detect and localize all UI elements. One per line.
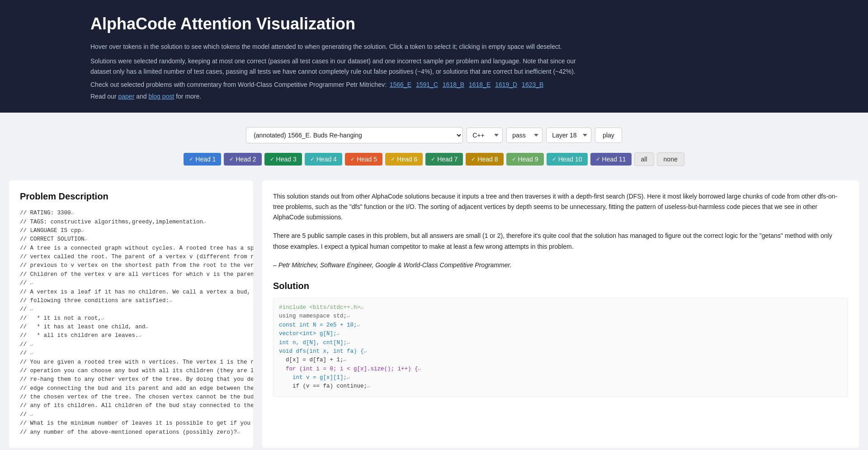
head-4-button[interactable]: ✓ Head 4 — [305, 153, 342, 166]
head-5-button[interactable]: ✓ Head 5 — [345, 153, 382, 166]
head-11-check: ✓ — [596, 156, 600, 162]
head-8-button[interactable]: ✓ Head 8 — [466, 153, 503, 166]
head-8-check: ✓ — [471, 156, 476, 162]
paper-link[interactable]: paper — [118, 93, 134, 100]
head-10-check: ✓ — [552, 156, 557, 162]
link-1623b[interactable]: 1623_B — [522, 81, 543, 88]
controls-section: (annotated) 1566_E. Buds Re-hanging C++ … — [0, 113, 868, 173]
main-content: Problem Description // RATING: 3300↵ // … — [0, 173, 868, 450]
none-button[interactable]: none — [657, 152, 684, 166]
head-6-button[interactable]: ✓ Head 6 — [385, 153, 423, 166]
attribution-text: – Petr Mitrichev, Software Engineer, Goo… — [273, 260, 848, 270]
head-10-button[interactable]: ✓ Head 10 — [547, 153, 588, 166]
link-1618e[interactable]: 1618_E — [469, 81, 491, 88]
head-9-button[interactable]: ✓ Head 9 — [506, 153, 544, 166]
head-2-check: ✓ — [229, 156, 234, 162]
controls-row: (annotated) 1566_E. Buds Re-hanging C++ … — [0, 122, 868, 149]
head-7-check: ✓ — [431, 156, 435, 162]
head-2-button[interactable]: ✓ Head 2 — [224, 153, 261, 166]
solution-panel: This solution stands out from other Alph… — [262, 180, 859, 448]
problem-select[interactable]: (annotated) 1566_E. Buds Re-hanging — [246, 127, 463, 143]
desc-solutions: Solutions were selected randomly, keepin… — [90, 56, 588, 76]
head-4-check: ✓ — [310, 156, 315, 162]
head-2-label: Head 2 — [236, 156, 256, 163]
problem-panel: Problem Description // RATING: 3300↵ // … — [9, 180, 253, 448]
read-more: Read our paper and blog post for more. — [90, 93, 778, 100]
desc-links-prefix: Check out selected problems with comment… — [90, 81, 387, 88]
solution-code: #include <bits/stdc++.h>↵ using namespac… — [273, 298, 848, 397]
layer-select[interactable]: Layer 18 Layer 1 Layer 2 — [546, 128, 591, 143]
head-6-label: Head 6 — [397, 156, 417, 163]
desc-links: Check out selected problems with comment… — [90, 81, 778, 88]
head-7-label: Head 7 — [437, 156, 458, 163]
problem-code: // RATING: 3300↵ // TAGS: constructive a… — [20, 209, 242, 437]
problem-title: Problem Description — [20, 191, 242, 202]
pass-select[interactable]: pass fail — [506, 128, 542, 143]
head-10-label: Head 10 — [558, 156, 582, 163]
head-6-check: ✓ — [391, 156, 395, 162]
play-button[interactable]: play — [595, 128, 622, 143]
commentary-text: This solution stands out from other Alph… — [273, 191, 848, 223]
header-section: AlphaCode Attention Visualization Hover … — [0, 0, 868, 113]
lang-select[interactable]: C++ Python — [467, 128, 503, 143]
link-1618b[interactable]: 1618_B — [443, 81, 464, 88]
head-3-check: ✓ — [270, 156, 274, 162]
link-1619d[interactable]: 1619_D — [495, 81, 517, 88]
head-9-label: Head 9 — [518, 156, 538, 163]
head-9-check: ✓ — [512, 156, 516, 162]
head-11-button[interactable]: ✓ Head 11 — [590, 153, 632, 166]
link-1591c[interactable]: 1591_C — [416, 81, 438, 88]
all-button[interactable]: all — [634, 152, 654, 166]
head-5-label: Head 5 — [357, 156, 377, 163]
head-1-label: Head 1 — [195, 156, 216, 163]
blog-link[interactable]: blog post — [148, 93, 174, 100]
head-1-button[interactable]: ✓ Head 1 — [184, 153, 221, 166]
link-1566e[interactable]: 1566_E — [390, 81, 411, 88]
head-8-label: Head 8 — [477, 156, 498, 163]
head-7-button[interactable]: ✓ Head 7 — [425, 153, 463, 166]
commentary-text-2: There are 5 public sample cases in this … — [273, 231, 848, 251]
page-title: AlphaCode Attention Visualization — [90, 14, 778, 33]
heads-row: ✓ Head 1 ✓ Head 2 ✓ Head 3 ✓ Head 4 ✓ He… — [0, 149, 868, 173]
head-3-label: Head 3 — [276, 156, 297, 163]
desc-hover: Hover over tokens in the solution to see… — [90, 42, 588, 52]
head-5-check: ✓ — [350, 156, 355, 162]
head-11-label: Head 11 — [602, 156, 626, 163]
head-3-button[interactable]: ✓ Head 3 — [264, 153, 302, 166]
head-4-label: Head 4 — [316, 156, 337, 163]
solution-title: Solution — [273, 281, 848, 291]
head-1-check: ✓ — [189, 156, 193, 162]
